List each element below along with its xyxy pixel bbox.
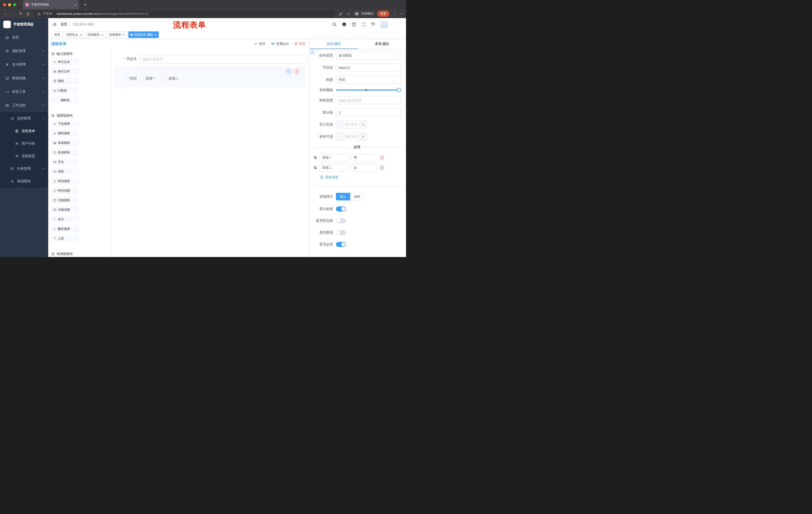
show-label-switch[interactable] [336,207,346,212]
close-icon[interactable] [102,33,104,36]
sidebar-item-home[interactable]: 首页 [0,31,48,44]
home-button[interactable] [26,12,30,16]
palette-item-input[interactable]: 单行文本 [51,59,79,65]
palette-item-date[interactable]: 日期选择 [51,197,79,204]
add-option-button[interactable]: 添加选项 [320,175,401,180]
close-icon[interactable] [155,33,157,36]
palette-item-radio-group[interactable]: 单选框组 [51,140,79,146]
tag-home[interactable]: 首页 [52,31,63,38]
title-input[interactable] [336,76,401,84]
canvas-field-phone[interactable]: 手机号 [115,55,306,64]
close-icon[interactable] [123,33,125,36]
delete-component-button[interactable] [294,69,299,74]
link-icon[interactable] [310,50,315,55]
browser-tab[interactable]: 芋道管理系统 [23,0,79,9]
tab-component-props[interactable]: 组件属性 [310,39,358,49]
palette-item-time-range[interactable]: 时间范围 [51,187,79,194]
tag-process-form-edit[interactable]: 流程表单-编辑 [128,31,159,38]
palette-item-cascader[interactable]: 级联选择 [51,130,79,137]
copy-component-button[interactable] [286,69,291,74]
min-select-input[interactable]: 至少应选 [343,121,359,128]
tag-process-form[interactable]: 流程表单 [107,31,127,38]
help-icon[interactable] [352,22,356,27]
border-switch[interactable] [336,218,346,223]
search-icon[interactable] [332,22,337,27]
sidebar-item-infrastructure[interactable]: 基础设施 [0,72,48,85]
palette-item-rate[interactable]: 评分 [51,216,79,222]
password-key-icon[interactable] [339,12,343,16]
font-size-icon[interactable] [371,22,375,27]
sidebar-item-system[interactable]: 系统管理 [0,44,48,58]
user-avatar[interactable] [380,21,388,28]
tag-process-model[interactable]: 流程模型 [85,31,106,38]
sidebar-collapse-icon[interactable] [52,22,57,27]
tag-process-definition[interactable]: 流程定义 [64,31,84,38]
breadcrumb-home[interactable]: 首页 [61,22,67,27]
sidebar-item-process-manage[interactable]: 流程管理 [0,112,48,125]
window-zoom-button[interactable] [13,3,16,6]
option-value-input[interactable] [351,154,377,161]
browser-menu-icon[interactable] [393,12,397,16]
chevron-down-icon[interactable] [401,12,403,15]
slider-handle[interactable] [397,88,401,92]
gender-option-1-checkbox[interactable]: 选项一 [140,76,156,81]
remove-option-button[interactable] [380,166,384,170]
style-default-button[interactable]: 默认 [336,193,350,200]
remove-option-button[interactable] [380,156,384,160]
window-minimize-button[interactable] [8,3,11,6]
palette-item-date-range[interactable]: 日期范围 [51,207,79,213]
sidebar-item-process-form[interactable]: 流程表单 [0,125,48,137]
palette-item-time[interactable]: 时间选择 [51,178,79,184]
option-label-input[interactable] [319,164,349,171]
palette-item-editor[interactable]: 编辑器 [51,97,79,103]
label-width-input[interactable] [336,96,401,104]
fullscreen-icon[interactable] [361,22,366,27]
back-button[interactable] [3,12,7,16]
close-icon[interactable] [80,33,82,36]
palette-item-switch[interactable]: 开关 [51,159,79,165]
drag-handle-icon[interactable] [313,166,317,170]
sidebar-item-workflow[interactable]: 工作流程 [0,99,48,112]
github-icon[interactable] [342,22,346,27]
clear-button[interactable]: 清空 [294,42,306,46]
forward-button[interactable] [11,12,15,16]
tab-form-props[interactable]: 表单属性 [358,39,406,49]
disabled-switch[interactable] [336,230,346,235]
increase-button[interactable]: + [359,121,366,128]
palette-item-password[interactable]: 密码 [51,78,79,84]
palette-item-counter[interactable]: 计数器 [51,87,79,94]
component-type-select[interactable]: 多选框组 [336,52,401,60]
new-tab-button[interactable] [82,2,88,7]
increase-button[interactable]: + [359,133,366,140]
required-switch[interactable] [336,242,346,247]
style-button-button[interactable]: 按钮 [350,193,364,200]
view-json-button[interactable]: 查看json [271,42,289,46]
reload-button[interactable] [19,12,22,16]
update-button[interactable]: 更新 [377,10,389,17]
drag-handle-icon[interactable] [313,156,317,160]
palette-item-upload[interactable]: 上传 [51,235,79,242]
decrease-button[interactable]: − [336,133,343,140]
palette-item-checkbox-group[interactable]: 多选框组 [51,149,79,156]
decrease-button[interactable]: − [336,121,343,128]
option-label-input[interactable] [319,154,349,161]
phone-input[interactable] [140,55,306,64]
grid-slider[interactable] [336,89,399,90]
gender-option-2-checkbox[interactable]: 选项二 [163,76,179,81]
canvas-field-gender-selected[interactable]: 性别 选项一 选项二 [115,66,306,87]
field-name-input[interactable] [336,64,401,72]
option-value-input[interactable] [351,164,377,171]
max-select-input[interactable]: 最多可选 [343,133,359,140]
sidebar-item-leave-query[interactable]: 请假查询 [0,175,48,188]
sidebar-item-task-manage[interactable]: 任务管理 [0,162,48,175]
tab-close-icon[interactable] [74,3,76,6]
palette-item-color[interactable]: 颜色选择 [51,225,79,232]
palette-item-textarea[interactable]: 多行文本 [51,68,79,75]
sidebar-item-payment[interactable]: 支付管理 [0,58,48,72]
sidebar-item-user-group[interactable]: 用户分组 [0,137,48,150]
sidebar-item-process-model[interactable]: 流程模型 [0,150,48,162]
bookmark-star-icon[interactable] [347,12,350,16]
default-value-input[interactable] [336,108,401,116]
security-warning-icon[interactable] [37,12,41,16]
window-close-button[interactable] [3,3,6,6]
